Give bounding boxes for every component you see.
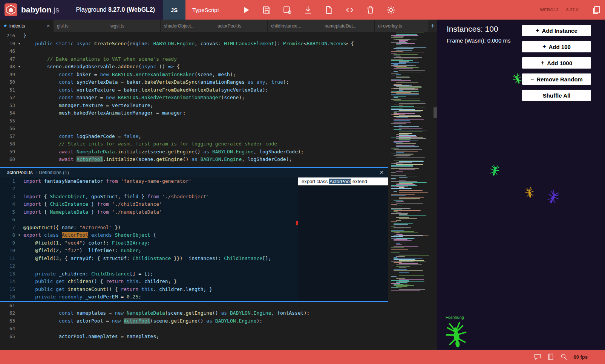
babylon-playground-app: babylon.js Playground 8.27.0 (WebGL2) JS… (0, 0, 605, 364)
settings-gear-icon[interactable] (386, 5, 396, 15)
fps-counter: 60 fps (573, 354, 588, 360)
minimap[interactable] (390, 32, 433, 296)
code-line: 7@gpuStruct({ name: "ActorPool" }) (0, 224, 298, 232)
language-tab-js[interactable]: JS (163, 0, 185, 20)
fold-gutter (15, 125, 23, 133)
line-number: 59 (0, 148, 15, 156)
plus-icon: + (536, 27, 539, 34)
version-badge: 8.27.0 (566, 8, 579, 12)
line-number: 3 (0, 193, 15, 201)
scrollbar-slider[interactable] (433, 107, 437, 118)
add-1000-button[interactable]: +Add 1000 (522, 57, 591, 69)
fold-gutter (15, 133, 23, 141)
fold-gutter (15, 278, 23, 286)
docs-book-icon[interactable] (547, 353, 554, 361)
save-icon[interactable] (262, 5, 271, 15)
line-number: 52 (0, 94, 15, 102)
fold-chevron-icon[interactable]: ▾ (15, 40, 23, 48)
code-line: 12 (0, 262, 298, 270)
brand-area: babylon.js Playground 8.27.0 (WebGL2) (0, 0, 163, 20)
code-line: 51 const vertexTexture = baker.textureFr… (0, 86, 437, 94)
copy-doc-icon[interactable] (592, 5, 601, 15)
code-editor[interactable]: 216}10▾ public static async CreateScene(… (0, 32, 437, 350)
line-number: 58 (0, 140, 15, 148)
play-icon[interactable] (241, 5, 251, 15)
fold-gutter (15, 293, 23, 301)
fold-gutter (15, 78, 23, 86)
peek-meta: - Definitions (1) (36, 170, 69, 175)
code-line: 9 @field(1, "vec4") color!: Float32Array… (0, 239, 298, 247)
fold-gutter (15, 270, 23, 278)
line-number: 9 (0, 239, 15, 247)
code-line: 47 // Bake animations to VAT when scene'… (0, 55, 437, 63)
webgl-badge: WEBGL2 (540, 8, 559, 12)
instance-controls: +Add Instance+Add 100+Add 1000−Remove Ra… (522, 25, 591, 101)
tab-nameplatedat[interactable]: nameplateDat... (321, 20, 375, 32)
line-number: 4 (0, 200, 15, 208)
tab-index-ts[interactable]: ★index.ts× (0, 20, 54, 32)
code-line: 48▾ scene.onReadyObservable.addOnce(asyn… (0, 63, 437, 71)
trash-icon[interactable] (366, 5, 375, 15)
fold-gutter (15, 71, 23, 79)
button-label: Add 1000 (547, 60, 572, 66)
comment-bubble-icon[interactable] (534, 353, 541, 361)
new-tab-button[interactable]: + (428, 20, 437, 32)
code-block-top: 216}10▾ public static async CreateScene(… (0, 32, 437, 164)
inspector-icon[interactable] (283, 5, 292, 15)
peek-result-item[interactable]: export class ActorPool extend (298, 177, 388, 185)
add-100-button[interactable]: +Add 100 (522, 41, 591, 52)
tab-childinstance[interactable]: childInstance... (268, 20, 321, 32)
tab-close-icon[interactable]: × (47, 23, 50, 29)
remove-random-button[interactable]: −Remove Random (522, 73, 591, 85)
tab-shaderobject[interactable]: shaderObject... (161, 20, 214, 32)
language-tab-typescript[interactable]: TypeScript (192, 7, 219, 13)
peek-close-icon[interactable]: ✕ (380, 170, 384, 175)
download-icon[interactable] (303, 5, 313, 15)
code-line: 4import { ChildInstance } from './childI… (0, 200, 298, 208)
tab-actorpool-ts[interactable]: actorPool.ts (214, 20, 268, 32)
line-number: 46 (0, 47, 15, 55)
fold-chevron-icon[interactable]: ▾ (15, 231, 23, 239)
line-number: 49 (0, 71, 15, 79)
fold-gutter (15, 94, 23, 102)
fold-gutter (15, 286, 23, 294)
peek-code[interactable]: 1import fantasyNameGenerator from 'fanta… (0, 177, 298, 301)
tab-glsl-ts[interactable]: glsl.ts (54, 20, 107, 32)
tab-ui-overlay-ts[interactable]: ui-overlay.ts (375, 20, 428, 32)
code-line: 46 (0, 47, 437, 55)
fold-gutter (15, 255, 23, 263)
line-number: 57 (0, 133, 15, 141)
fold-gutter (15, 224, 23, 232)
button-label: Add 100 (548, 44, 570, 50)
creature-sprite (543, 188, 563, 208)
header: babylon.js Playground 8.27.0 (WebGL2) JS… (0, 0, 605, 20)
code-line: 15 public get instanceCount() { return t… (0, 286, 298, 294)
code-line: 1import fantasyNameGenerator from 'fanta… (0, 177, 298, 185)
file-star-icon: ★ (3, 23, 7, 28)
render-canvas[interactable]: Instances: 100 Frame (Wasm): 0.000 ms +A… (437, 20, 605, 350)
file-tab-bar: ★index.ts×glsl.tswgsl.tsshaderObject...a… (0, 20, 437, 32)
new-file-icon[interactable] (324, 5, 334, 15)
shuffle-all-button[interactable]: Shuffle All (522, 90, 591, 101)
fold-chevron-icon[interactable]: ▾ (15, 63, 23, 71)
code-line: 64 (0, 325, 437, 333)
fold-gutter (15, 302, 23, 310)
clear-code-icon[interactable] (345, 5, 354, 15)
line-number: 16 (0, 293, 15, 301)
frame-time-label: Frame (Wasm): 0.000 ms (447, 37, 510, 44)
code-line: 2 (0, 185, 298, 193)
fold-gutter (15, 247, 23, 255)
search-icon[interactable] (560, 353, 568, 361)
line-number: 2 (0, 185, 15, 193)
code-line: 6 (0, 216, 298, 224)
babylon-logo-icon[interactable] (5, 3, 17, 16)
fold-gutter (15, 117, 23, 125)
fold-gutter (15, 317, 23, 325)
add-instance-button[interactable]: +Add Instance (522, 25, 591, 36)
tab-wgsl-ts[interactable]: wgsl.ts (107, 20, 161, 32)
line-number: 7 (0, 224, 15, 232)
line-number: 51 (0, 86, 15, 94)
line-number: 1 (0, 177, 15, 185)
status-bar: 60 fps (0, 350, 605, 364)
fold-gutter (15, 177, 23, 185)
